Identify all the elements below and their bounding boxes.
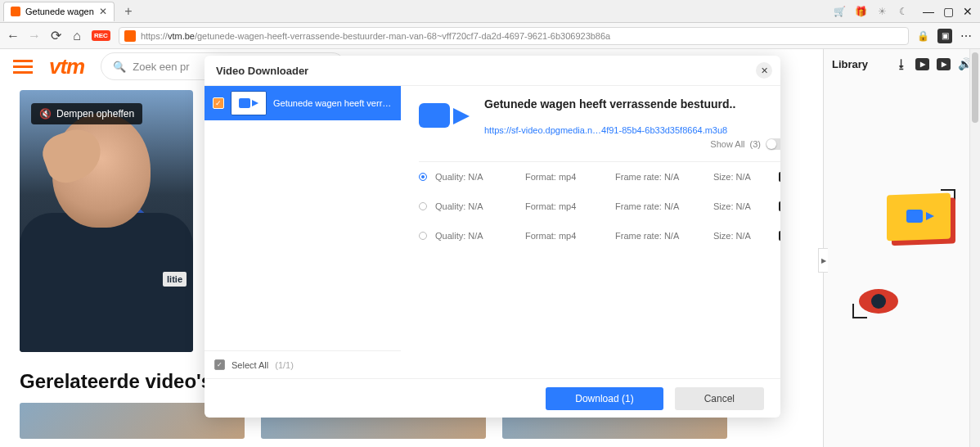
format-format: Format: mp4 [525, 172, 607, 182]
select-all-count: (1/1) [275, 360, 294, 370]
show-all-count: (3) [750, 139, 761, 149]
downloader-source-list: ✓ Getunede wagen heeft verrassen... ✓ Se… [205, 86, 401, 378]
camera-icon [906, 207, 934, 225]
lock-icon[interactable]: 🔒 [917, 30, 929, 42]
library-panel: ▶ Library ⭳ ▶ ▶ 🔊 [823, 49, 980, 447]
camera-icon [239, 97, 258, 110]
format-download-icon[interactable]: ▶ [779, 231, 780, 241]
url-favicon [124, 30, 136, 42]
mute-label: Dempen opheffen [56, 108, 134, 120]
format-framerate: Frame rate: N/A [615, 231, 705, 241]
downloader-close-icon[interactable]: ✕ [756, 62, 772, 79]
video-player[interactable]: litie 🔇 Dempen opheffen [20, 90, 193, 352]
playlist-lib-icon[interactable]: ▶ [937, 58, 951, 70]
format-format: Format: mp4 [525, 201, 607, 211]
hamburger-icon[interactable] [13, 60, 33, 74]
url-toolbar: ← → ⟳ ⌂ REC https://vtm.be/getunede-wage… [0, 23, 980, 49]
sun-icon[interactable]: ☀ [875, 5, 888, 18]
unmute-button[interactable]: 🔇 Dempen opheffen [31, 103, 142, 124]
window-close-icon[interactable]: ✕ [962, 6, 973, 17]
format-download-icon[interactable]: ▶ [779, 201, 780, 211]
forward-icon[interactable]: → [28, 29, 41, 43]
format-size: Size: N/A [713, 231, 771, 241]
format-size: Size: N/A [713, 201, 771, 211]
url-text: https://vtm.be/getunede-wagen-heeft-verr… [141, 31, 610, 41]
mute-icon: 🔇 [39, 108, 52, 120]
format-download-icon[interactable]: ▶ [779, 172, 780, 182]
source-thumb [231, 91, 267, 115]
format-radio[interactable] [419, 232, 427, 240]
format-framerate: Frame rate: N/A [615, 201, 705, 211]
format-size: Size: N/A [713, 172, 771, 182]
detail-source-url[interactable]: https://sf-video.dpgmedia.n…4f91-85b4-6b… [484, 125, 780, 135]
source-checkbox[interactable]: ✓ [213, 97, 224, 109]
tabbar-right-icons: 🛒 🎁 ☀ ☾ — ▢ ✕ [833, 5, 980, 18]
cancel-button[interactable]: Cancel [675, 387, 764, 410]
format-format: Format: mp4 [525, 231, 607, 241]
extension-icon[interactable]: ▣ [937, 29, 952, 43]
address-bar[interactable]: https://vtm.be/getunede-wagen-heeft-verr… [119, 27, 909, 45]
moon-icon[interactable]: ☾ [897, 5, 910, 18]
tab-close-icon[interactable]: ✕ [99, 6, 107, 17]
video-still: litie [20, 90, 193, 352]
site-logo[interactable]: vtm [49, 54, 84, 79]
format-row[interactable]: Quality: N/AFormat: mp4Frame rate: N/ASi… [419, 192, 780, 221]
format-row[interactable]: Quality: N/AFormat: mp4Frame rate: N/ASi… [419, 221, 780, 251]
video-downloader-panel: Video Downloader ✕ ✓ Getunede wagen heef… [205, 56, 780, 418]
browser-tab[interactable]: Getunede wagen ✕ [3, 2, 115, 21]
format-quality: Quality: N/A [435, 172, 517, 182]
select-all-row[interactable]: ✓ Select All (1/1) [205, 350, 401, 378]
gift-icon[interactable]: 🎁 [854, 5, 867, 18]
tab-favicon [11, 7, 20, 16]
select-all-checkbox[interactable]: ✓ [214, 359, 225, 370]
new-tab-button[interactable]: + [119, 2, 137, 20]
source-item[interactable]: ✓ Getunede wagen heeft verrassen... [205, 86, 401, 120]
format-list: Quality: N/AFormat: mp4Frame rate: N/ASi… [419, 161, 780, 251]
search-icon: 🔍 [113, 61, 126, 73]
window-maximize-icon[interactable]: ▢ [942, 6, 954, 17]
format-radio[interactable] [419, 173, 427, 181]
library-title: Library [832, 58, 868, 70]
menu-dots-icon[interactable]: ⋯ [960, 29, 973, 43]
library-scrollbar[interactable] [969, 49, 980, 447]
show-all-label: Show All [710, 139, 744, 149]
download-tray-icon[interactable]: ⭳ [894, 58, 908, 70]
downloader-title: Video Downloader [205, 56, 780, 85]
search-placeholder: Zoek een pr [133, 61, 189, 73]
source-title: Getunede wagen heeft verrassen... [273, 98, 393, 108]
library-collapse-icon[interactable]: ▶ [818, 248, 828, 273]
format-radio[interactable] [419, 202, 427, 210]
library-empty-state [824, 79, 980, 447]
select-all-label: Select All [232, 360, 268, 370]
tab-bar: Getunede wagen ✕ + 🛒 🎁 ☀ ☾ — ▢ ✕ [0, 0, 980, 23]
show-all-toggle[interactable] [766, 138, 780, 150]
format-quality: Quality: N/A [435, 231, 517, 241]
home-icon[interactable]: ⌂ [70, 29, 83, 43]
detail-camera-icon [419, 98, 470, 134]
detail-title: Getunede wagen heeft verrassende bestuur… [484, 97, 780, 111]
format-quality: Quality: N/A [435, 201, 517, 211]
record-badge[interactable]: REC [92, 30, 110, 41]
format-framerate: Frame rate: N/A [615, 172, 705, 182]
format-row[interactable]: Quality: N/AFormat: mp4Frame rate: N/ASi… [419, 162, 780, 192]
reload-icon[interactable]: ⟳ [49, 29, 62, 43]
cart-icon[interactable]: 🛒 [833, 5, 846, 18]
video-lib-icon[interactable]: ▶ [915, 58, 929, 70]
uniform-badge: litie [163, 272, 187, 287]
download-button[interactable]: Download (1) [546, 387, 663, 410]
window-minimize-icon[interactable]: — [923, 6, 934, 17]
tab-title: Getunede wagen [25, 7, 94, 16]
back-icon[interactable]: ← [7, 29, 20, 43]
